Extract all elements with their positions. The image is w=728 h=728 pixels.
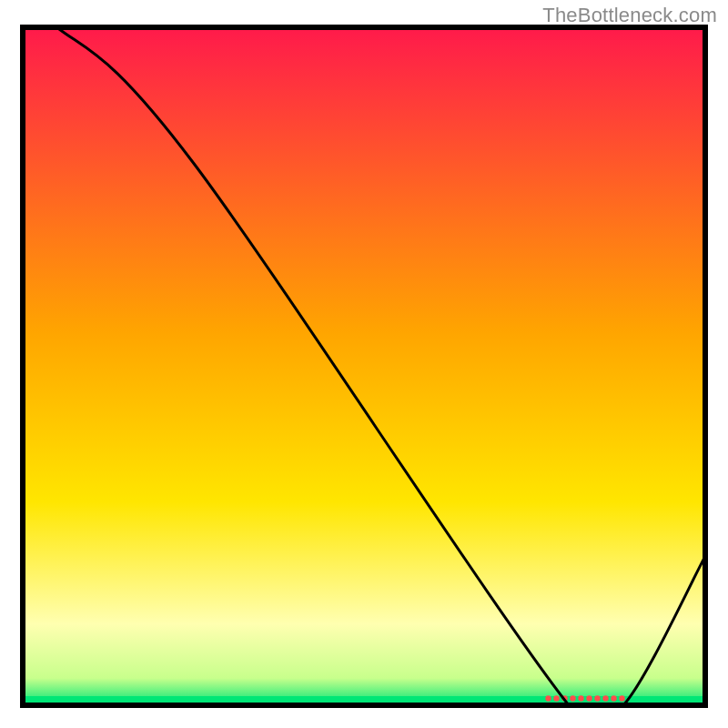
marker-dot [578,695,583,701]
marker-dot [594,695,600,701]
plot-background [23,27,705,705]
marker-dot [602,695,608,701]
marker-dot [553,695,559,701]
marker-dot [570,695,575,701]
marker-dot [545,695,551,701]
marker-dot [611,695,616,701]
marker-dot [619,695,624,701]
chart-container: TheBottleneck.com [0,0,728,728]
bottleneck-chart [0,0,728,728]
marker-dot [586,695,592,701]
